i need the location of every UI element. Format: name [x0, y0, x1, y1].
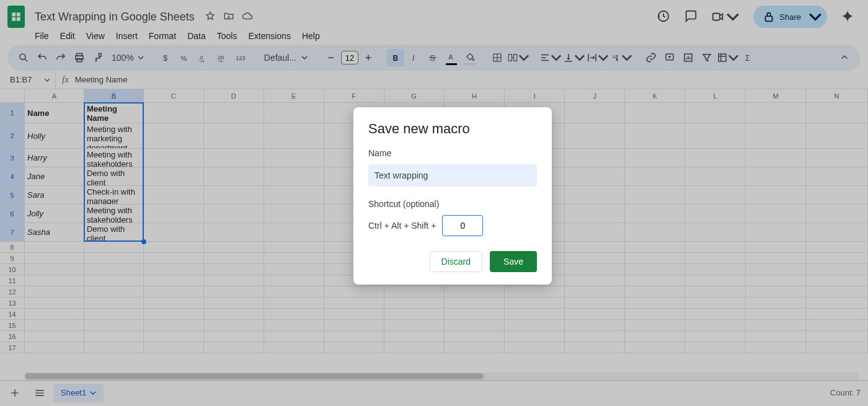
- save-macro-dialog: Save new macro Name Shortcut (optional) …: [353, 107, 552, 285]
- dialog-shortcut-label: Shortcut (optional): [368, 199, 537, 209]
- save-button[interactable]: Save: [490, 251, 537, 272]
- dialog-title: Save new macro: [368, 121, 537, 137]
- discard-button[interactable]: Discard: [430, 251, 482, 272]
- macro-name-input[interactable]: [368, 164, 537, 187]
- dialog-name-label: Name: [368, 148, 537, 158]
- shortcut-number-input[interactable]: [442, 215, 483, 236]
- shortcut-prefix: Ctrl + Alt + Shift +: [368, 221, 436, 231]
